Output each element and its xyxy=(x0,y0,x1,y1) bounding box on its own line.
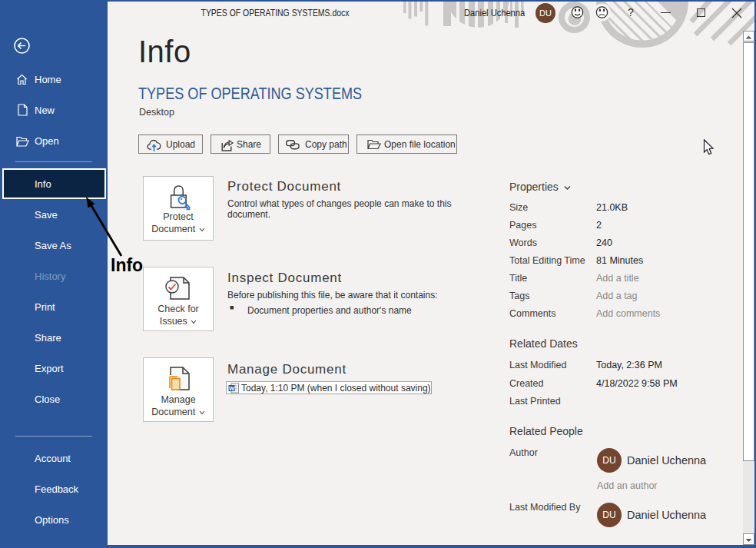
svg-text:W: W xyxy=(229,385,235,392)
